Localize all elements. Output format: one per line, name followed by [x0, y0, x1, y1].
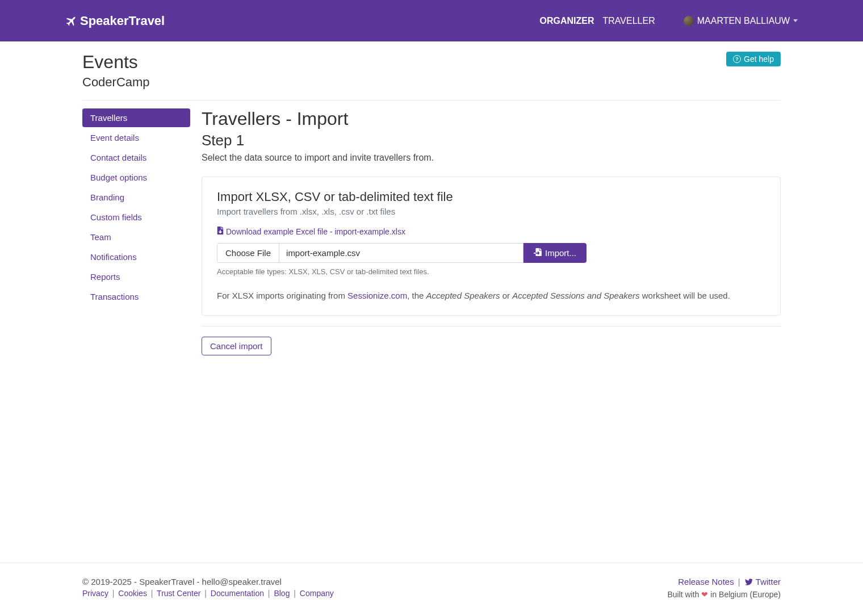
page-header: Events CoderCamp ? Get help: [82, 41, 781, 90]
page-title: Events: [82, 52, 150, 73]
card-title: Import XLSX, CSV or tab-delimited text f…: [217, 190, 765, 204]
separator: |: [268, 589, 270, 598]
step-label: Step 1: [202, 132, 781, 149]
import-button[interactable]: Import...: [523, 243, 586, 263]
card-subtitle: Import travellers from .xlsx, .xls, .csv…: [217, 207, 765, 216]
file-download-icon: [217, 227, 224, 236]
nav-organizer[interactable]: ORGANIZER: [540, 11, 594, 31]
info-mid1: , the: [407, 291, 426, 300]
info-mid2: or: [500, 291, 513, 300]
user-menu[interactable]: MAARTEN BALLIAUW: [684, 16, 798, 26]
import-button-label: Import...: [545, 248, 576, 258]
footer-link-blog[interactable]: Blog: [274, 589, 290, 598]
user-name: MAARTEN BALLIAUW: [697, 16, 790, 26]
footer-links: Privacy | Cookies | Trust Center | Docum…: [82, 589, 334, 598]
help-button-label: Get help: [744, 55, 774, 64]
divider: [82, 100, 781, 100]
file-name-display: import-example.csv: [279, 244, 523, 262]
main-content: Travellers - Import Step 1 Select the da…: [202, 108, 781, 355]
sidebar-item-reports[interactable]: Reports: [82, 267, 190, 286]
file-import-icon: [534, 248, 542, 258]
sessionize-link[interactable]: Sessionize.com: [347, 291, 407, 300]
separator: |: [112, 589, 115, 598]
footer-link-documentation[interactable]: Documentation: [211, 589, 264, 598]
info-em2: Accepted Sessions and Speakers: [512, 291, 639, 300]
footer-link-company[interactable]: Company: [300, 589, 334, 598]
brand-text: SpeakerTravel: [80, 14, 165, 28]
sidebar-item-transactions[interactable]: Transactions: [82, 287, 190, 306]
nav-links: ORGANIZER TRAVELLER: [540, 11, 655, 31]
sidebar-item-travellers[interactable]: Travellers: [82, 108, 190, 127]
avatar: [684, 16, 694, 26]
separator: |: [151, 589, 153, 598]
navbar: SpeakerTravel ORGANIZER TRAVELLER MAARTE…: [0, 0, 863, 41]
plane-icon: [65, 15, 78, 27]
footer-tagline: Built with ❤ in Belgium (Europe): [667, 590, 781, 599]
info-suffix: worksheet will be used.: [640, 291, 730, 300]
footer-link-cookies[interactable]: Cookies: [118, 589, 147, 598]
choose-file-button[interactable]: Choose File: [217, 244, 279, 262]
sidebar-item-team[interactable]: Team: [82, 228, 190, 246]
tagline-suffix: in Belgium (Europe): [708, 590, 781, 599]
acceptable-types-text: Acceptable file types: XLSX, XLS, CSV or…: [217, 267, 765, 276]
release-notes-link[interactable]: Release Notes: [678, 577, 734, 586]
separator: |: [294, 589, 296, 598]
brand-logo[interactable]: SpeakerTravel: [65, 14, 165, 28]
separator: |: [204, 589, 207, 598]
heart-icon: ❤: [701, 590, 708, 599]
sidebar: Travellers Event details Contact details…: [82, 108, 190, 355]
info-em1: Accepted Speakers: [426, 291, 500, 300]
twitter-link[interactable]: Twitter: [756, 577, 781, 586]
download-example-link[interactable]: Download example Excel file - import-exa…: [217, 227, 405, 236]
info-prefix: For XLSX imports originating from: [217, 291, 347, 300]
info-paragraph: For XLSX imports originating from Sessio…: [217, 290, 765, 303]
page-subtitle: CoderCamp: [82, 75, 150, 90]
sidebar-item-contact-details[interactable]: Contact details: [82, 148, 190, 167]
main-heading: Travellers - Import: [202, 108, 781, 129]
get-help-button[interactable]: ? Get help: [726, 52, 781, 66]
step-description: Select the data source to import and inv…: [202, 153, 781, 163]
section-divider: [202, 326, 781, 326]
help-icon: ?: [733, 55, 741, 63]
footer-link-trust-center[interactable]: Trust Center: [157, 589, 200, 598]
file-input-row: Choose File import-example.csv Import...: [217, 243, 765, 263]
sidebar-item-budget-options[interactable]: Budget options: [82, 168, 190, 187]
footer: © 2019-2025 - SpeakerTravel - hello@spea…: [0, 563, 863, 616]
cancel-import-button[interactable]: Cancel import: [202, 337, 271, 355]
chevron-down-icon: [793, 19, 798, 22]
sidebar-item-custom-fields[interactable]: Custom fields: [82, 208, 190, 227]
tagline-prefix: Built with: [667, 590, 701, 599]
nav-traveller[interactable]: TRAVELLER: [603, 11, 655, 31]
footer-link-privacy[interactable]: Privacy: [82, 589, 108, 598]
sidebar-item-notifications[interactable]: Notifications: [82, 248, 190, 266]
download-link-text: Download example Excel file - import-exa…: [226, 227, 405, 236]
import-card: Import XLSX, CSV or tab-delimited text f…: [202, 177, 781, 316]
sidebar-item-branding[interactable]: Branding: [82, 188, 190, 207]
sidebar-item-event-details[interactable]: Event details: [82, 128, 190, 147]
copyright-text: © 2019-2025 - SpeakerTravel - hello@spea…: [82, 577, 334, 586]
twitter-icon: [744, 578, 753, 588]
separator: |: [738, 577, 740, 586]
